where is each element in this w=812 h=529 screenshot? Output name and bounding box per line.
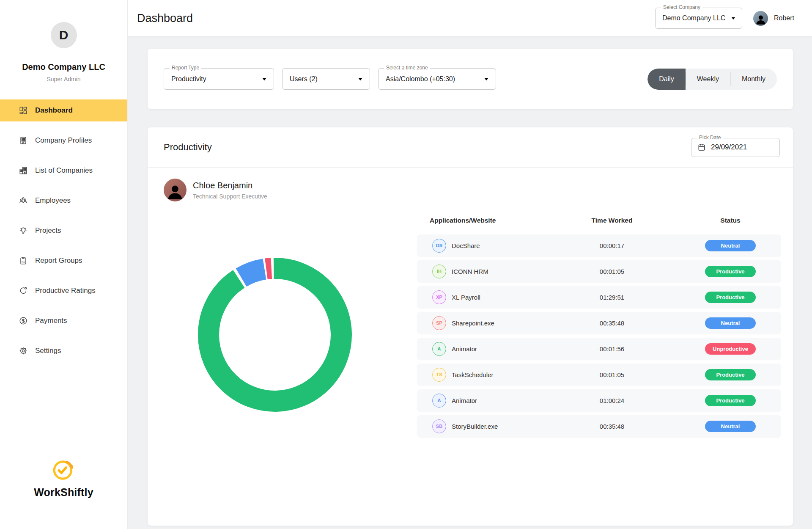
chevron-down-icon xyxy=(260,75,269,83)
company-logo-letter: D xyxy=(59,28,69,42)
sidebar-item-dashboard[interactable]: Dashboard xyxy=(0,99,127,121)
employee-avatar xyxy=(164,179,187,201)
chevron-down-icon xyxy=(356,75,365,83)
productivity-card: Productivity Pick Date 29/09/2021 Chloe … xyxy=(148,127,793,526)
sidebar-item-productive-ratings[interactable]: Productive Ratings xyxy=(0,280,127,302)
calendar-icon xyxy=(697,143,706,152)
sidebar-item-label: Productive Ratings xyxy=(35,287,96,295)
sidebar-item-settings[interactable]: Settings xyxy=(0,340,127,362)
time-worked: 00:01:05 xyxy=(544,268,680,275)
employee-name: Chloe Benjamin xyxy=(193,181,267,190)
table-row: SB StoryBuilder.exe 00:35:48 Neutral xyxy=(417,415,781,437)
time-worked: 01:29:51 xyxy=(544,294,680,301)
app-initials-badge: SP xyxy=(432,316,446,330)
status-badge: Neutral xyxy=(705,421,756,432)
date-picker-label: Pick Date xyxy=(697,135,723,141)
date-picker[interactable]: Pick Date 29/09/2021 xyxy=(691,138,780,157)
col-applications: Applications/Website xyxy=(430,217,544,224)
time-worked: 00:01:05 xyxy=(544,371,680,378)
app-initials-badge: SB xyxy=(432,419,446,433)
table-row: XP XL Payroll 01:29:51 Productive xyxy=(417,286,781,308)
company-select[interactable]: Select Company Demo Company LLC xyxy=(655,8,742,29)
sidebar-item-projects[interactable]: Projects xyxy=(0,220,127,242)
sidebar-item-label: Company Profiles xyxy=(35,136,92,145)
status-badge: Productive xyxy=(705,395,756,406)
table-row: DS DocShare 00:00:17 Neutral xyxy=(417,234,781,256)
sidebar-item-payments[interactable]: Payments xyxy=(0,310,127,332)
sidebar-item-employees[interactable]: Employees xyxy=(0,190,127,212)
brand-name: WorkShiftly xyxy=(0,486,127,499)
clipboard-icon xyxy=(19,256,28,265)
company-select-label: Select Company xyxy=(661,4,702,10)
range-daily-button[interactable]: Daily xyxy=(647,69,686,90)
col-time-worked: Time Worked xyxy=(544,217,680,224)
status-badge: Neutral xyxy=(705,240,756,251)
timezone-label: Select a time zone xyxy=(384,65,430,71)
time-worked: 00:35:48 xyxy=(544,320,680,327)
buildings-icon xyxy=(19,166,28,175)
productivity-title: Productivity xyxy=(164,142,212,153)
app-name: Animator xyxy=(452,345,477,353)
app-initials-badge: TS xyxy=(432,368,446,382)
company-select-value: Demo Company LLC xyxy=(662,14,725,22)
report-type-select[interactable]: Report Type Productivity xyxy=(164,68,274,90)
users-select[interactable]: Users (2) xyxy=(282,68,370,90)
sidebar: D Demo Company LLC Super Admin Dashboard… xyxy=(0,0,128,529)
productivity-card-header: Productivity Pick Date 29/09/2021 xyxy=(148,127,793,168)
dollar-icon xyxy=(19,316,28,325)
table-row: IH ICONN HRM 00:01:05 Productive xyxy=(417,260,781,282)
sidebar-item-label: Projects xyxy=(35,226,61,235)
app-name: Animator xyxy=(452,397,477,404)
range-monthly-button[interactable]: Monthly xyxy=(730,69,777,90)
brand-block: WorkShiftly xyxy=(0,457,127,499)
donut-svg xyxy=(190,250,359,419)
time-worked: 00:35:48 xyxy=(544,423,680,430)
app-name: DocShare xyxy=(452,242,480,249)
range-toggle: DailyWeeklyMonthly xyxy=(647,69,777,90)
range-weekly-button[interactable]: Weekly xyxy=(686,69,730,90)
sidebar-item-company-profiles[interactable]: Company Profiles xyxy=(0,129,127,152)
report-type-label: Report Type xyxy=(170,65,201,71)
status-badge: Productive xyxy=(705,292,756,303)
app-name: StoryBuilder.exe xyxy=(452,423,498,430)
sidebar-item-label: List of Companies xyxy=(35,166,93,175)
sidebar-item-label: Report Groups xyxy=(35,256,82,265)
table-row: TS TaskScheduler 00:01:05 Productive xyxy=(417,364,781,386)
app-name: XL Payroll xyxy=(452,294,480,301)
sidebar-item-label: Settings xyxy=(35,347,61,355)
date-picker-value: 29/09/2021 xyxy=(711,143,747,152)
table-row: A Animator 01:00:24 Productive xyxy=(417,389,781,411)
lightbulb-icon xyxy=(19,226,28,235)
company-logo: D xyxy=(51,22,77,48)
app-initials-badge: XP xyxy=(432,290,446,304)
col-status: Status xyxy=(680,217,781,224)
sidebar-menu: Dashboard Company Profiles List of Compa… xyxy=(0,99,127,370)
user-menu[interactable]: Robert xyxy=(753,11,794,26)
person-icon xyxy=(754,13,767,26)
users-select-value: Users (2) xyxy=(290,75,318,83)
dashboard-icon xyxy=(19,106,28,115)
time-worked: 01:00:24 xyxy=(544,397,680,404)
employee-header: Chloe Benjamin Technical Support Executi… xyxy=(164,179,793,201)
timezone-select[interactable]: Select a time zone Asia/Colombo (+05:30) xyxy=(378,68,496,90)
user-name: Robert xyxy=(774,14,794,22)
gear-icon xyxy=(19,346,28,355)
table-row: A Animator 00:01:56 Unproductive xyxy=(417,338,781,360)
people-icon xyxy=(19,196,28,205)
sidebar-item-report-groups[interactable]: Report Groups xyxy=(0,250,127,272)
rating-icon xyxy=(19,286,28,295)
person-icon xyxy=(165,182,185,201)
app-initials-badge: IH xyxy=(432,264,446,278)
status-badge: Productive xyxy=(705,369,756,380)
sidebar-item-list-of-companies[interactable]: List of Companies xyxy=(0,160,127,182)
status-badge: Neutral xyxy=(705,317,756,329)
page-title: Dashboard xyxy=(137,12,193,25)
user-avatar xyxy=(753,11,768,26)
employee-role: Technical Support Executive xyxy=(193,193,267,200)
report-type-value: Productivity xyxy=(171,75,206,83)
app-name: TaskScheduler xyxy=(452,371,493,378)
workshiftly-clock-icon xyxy=(51,457,77,483)
table-header-row: Applications/Website Time Worked Status xyxy=(417,217,781,234)
time-worked: 00:00:17 xyxy=(544,242,680,249)
productivity-donut-chart xyxy=(148,201,417,526)
